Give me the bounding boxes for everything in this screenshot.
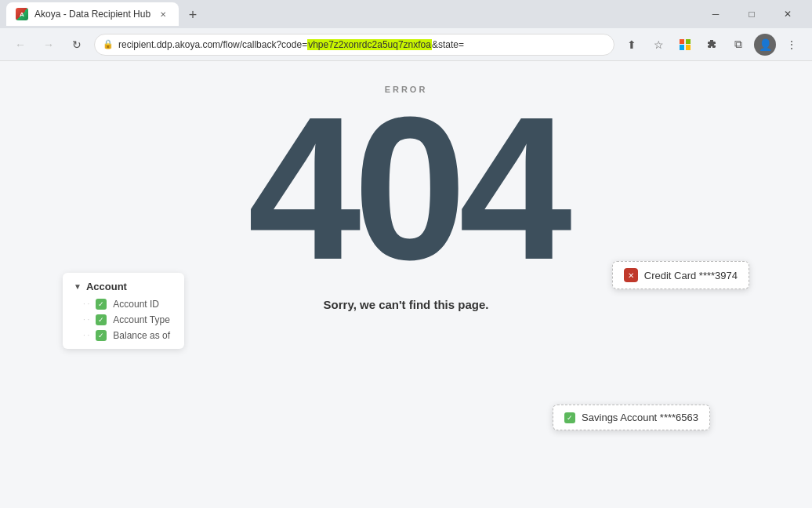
tab-bar: A Akoya - Data Recipient Hub ✕ + xyxy=(6,2,694,26)
account-expand-icon: ▼ xyxy=(74,282,82,291)
account-items: · · ✓ Account ID · · ✓ Account Type · · … xyxy=(74,299,173,341)
forward-button[interactable]: → xyxy=(38,34,60,56)
account-panel: ▼ Account · · ✓ Account ID · · ✓ Account… xyxy=(63,273,184,349)
error-code: 404 xyxy=(248,86,564,290)
windows-logo xyxy=(680,39,691,50)
account-id-label: Account ID xyxy=(113,299,159,310)
dots-icon: · · xyxy=(83,300,89,308)
split-screen-button[interactable]: ⧉ xyxy=(727,34,749,56)
savings-account-badge: ✓ Savings Account ****6563 xyxy=(553,405,710,430)
toolbar-actions: ⬆ ☆ ⧉ 👤 ⋮ xyxy=(621,34,803,56)
reload-button[interactable]: ↻ xyxy=(66,34,88,56)
active-tab[interactable]: A Akoya - Data Recipient Hub ✕ xyxy=(6,2,179,26)
minimize-button[interactable]: ─ xyxy=(698,2,734,27)
tab-title: Akoya - Data Recipient Hub xyxy=(34,9,150,20)
account-header: ▼ Account xyxy=(74,281,173,292)
back-button[interactable]: ← xyxy=(9,34,31,56)
tab-close-button[interactable]: ✕ xyxy=(157,8,169,20)
account-type-label: Account Type xyxy=(113,314,170,325)
extensions-button[interactable] xyxy=(701,34,723,56)
checkbox-account-id[interactable]: ✓ xyxy=(96,299,107,310)
credit-card-badge: ✕ Credit Card ****3974 xyxy=(612,261,749,289)
url-highlight: vhpe7z2xonrdc2a5uq7znxfoa xyxy=(307,39,432,50)
checkbox-balance[interactable]: ✓ xyxy=(96,330,107,341)
list-item: · · ✓ Balance as of xyxy=(74,330,173,341)
tab-favicon: A xyxy=(16,8,28,20)
title-bar: A Akoya - Data Recipient Hub ✕ + ─ □ ✕ xyxy=(0,0,812,28)
address-bar[interactable]: 🔒 recipient.ddp.akoya.com/flow/callback?… xyxy=(94,34,614,56)
credit-card-label: Credit Card ****3974 xyxy=(644,270,738,281)
window-controls: ─ □ ✕ xyxy=(698,2,806,27)
checkbox-account-type[interactable]: ✓ xyxy=(96,314,107,325)
new-tab-button[interactable]: + xyxy=(182,4,204,26)
bookmark-button[interactable]: ☆ xyxy=(647,34,669,56)
windows-button[interactable] xyxy=(674,34,696,56)
url-prefix: recipient.ddp.akoya.com/flow/callback?co… xyxy=(118,39,307,50)
x-icon: ✕ xyxy=(624,268,638,282)
page-content: ERROR 404 Sorry, we can't find this page… xyxy=(0,61,812,508)
dots-icon: · · xyxy=(83,332,89,339)
close-button[interactable]: ✕ xyxy=(770,2,806,27)
checkbox-savings[interactable]: ✓ xyxy=(564,412,575,423)
toolbar: ← → ↻ 🔒 recipient.ddp.akoya.com/flow/cal… xyxy=(0,28,812,61)
balance-label: Balance as of xyxy=(113,330,170,341)
lock-icon: 🔒 xyxy=(103,39,114,49)
url-suffix: &state= xyxy=(432,39,464,50)
list-item: · · ✓ Account ID xyxy=(74,299,173,310)
profile-button[interactable]: 👤 xyxy=(754,34,776,56)
url-text: recipient.ddp.akoya.com/flow/callback?co… xyxy=(118,39,606,50)
menu-button[interactable]: ⋮ xyxy=(781,34,803,56)
share-button[interactable]: ⬆ xyxy=(621,34,643,56)
maximize-button[interactable]: □ xyxy=(734,2,770,27)
dots-icon: · · xyxy=(83,316,89,324)
account-title: Account xyxy=(86,281,127,292)
list-item: · · ✓ Account Type xyxy=(74,314,173,325)
browser-window: A Akoya - Data Recipient Hub ✕ + ─ □ ✕ ←… xyxy=(0,0,812,508)
sorry-text: Sorry, we can't find this page. xyxy=(324,298,489,311)
savings-label: Savings Account ****6563 xyxy=(582,412,698,423)
